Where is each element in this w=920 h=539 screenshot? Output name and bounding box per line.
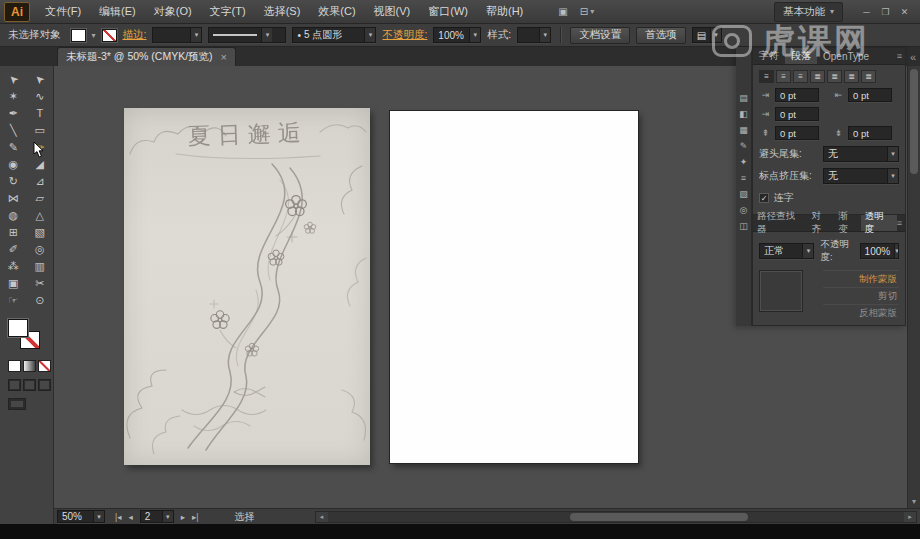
draw-inside-button[interactable] [38,379,51,391]
menu-item[interactable]: 选择(S) [255,0,310,24]
last-artboard-button[interactable]: ▸| [192,512,198,522]
collapse-panels-icon[interactable]: « [910,51,916,63]
paintbrush-tool[interactable]: ✎ [0,139,27,156]
align-right-button[interactable]: ≡ [793,70,808,83]
type-tool[interactable]: T [27,105,54,122]
zoom-tool[interactable]: ⊙ [27,292,54,309]
justify-left-button[interactable]: ≣ [810,70,825,83]
direct-selection-tool[interactable]: ➤ [27,71,54,88]
artboard-number-select[interactable]: 2▾ [140,510,174,523]
align-left-button[interactable]: ≡ [759,70,774,83]
eraser-tool[interactable]: ◢ [27,156,54,173]
rotate-tool[interactable]: ↻ [0,173,27,190]
panel-menu-icon[interactable]: ≡ [897,48,902,64]
eyedropper-tool[interactable]: ✐ [0,241,27,258]
brush-select[interactable]: •5 点圆形▾ [292,27,376,43]
vertical-scrollbar-thumb[interactable] [910,69,918,174]
column-graph-tool[interactable]: ▥ [27,258,54,275]
shape-builder-tool[interactable]: ◍ [0,207,27,224]
prev-artboard-button[interactable]: ◂ [128,512,132,522]
slice-tool[interactable]: ✂ [27,275,54,292]
close-tab-icon[interactable]: × [221,51,227,63]
panel-opacity-select[interactable]: 100%▾ [860,243,899,259]
justify-center-button[interactable]: ≣ [827,70,842,83]
color-guide-panel-icon[interactable]: ◧ [737,107,751,120]
stroke-panel-link[interactable]: 描边: [123,28,147,42]
menu-item[interactable]: 效果(C) [309,0,364,24]
align-options-select[interactable]: ▤▾ [692,27,722,43]
menu-item[interactable]: 文件(F) [36,0,90,24]
scale-tool[interactable]: ⊿ [27,173,54,190]
restore-button[interactable]: ❐ [876,7,895,17]
align-center-button[interactable]: ≡ [776,70,791,83]
artboard-tool[interactable]: ▣ [0,275,27,292]
menu-item[interactable]: 窗口(W) [419,0,477,24]
zoom-select[interactable]: 50%▾ [57,510,105,523]
opacity-select[interactable]: 100%▾ [433,27,481,43]
line-segment-tool[interactable]: ╲ [0,122,27,139]
horizontal-scrollbar-thumb[interactable] [570,513,749,521]
gradient-tool[interactable]: ▧ [27,224,54,241]
justify-all-button[interactable]: ≣ [861,70,876,83]
blend-tool[interactable]: ◎ [27,241,54,258]
close-button[interactable]: ✕ [895,7,914,17]
symbols-panel-icon[interactable]: ✦ [737,155,751,168]
menu-item[interactable]: 编辑(E) [90,0,145,24]
artboard-blank[interactable] [390,111,638,463]
selection-tool[interactable]: ➤ [0,71,27,88]
document-tab[interactable]: 未标题-3* @ 50% (CMYK/预览) × [57,47,236,66]
minimize-button[interactable]: ─ [857,7,876,17]
tab-transparency[interactable]: 透明度 [861,215,897,231]
scroll-left-icon[interactable]: ◂ [316,512,328,522]
swatches-panel-icon[interactable]: ▦ [737,123,751,136]
perspective-grid-tool[interactable]: △ [27,207,54,224]
document-setup-button[interactable]: 文档设置 [570,27,630,44]
horizontal-scrollbar[interactable]: ◂ ▸ [315,511,917,523]
stroke-color-swatch[interactable] [102,29,117,42]
space-before-field[interactable]: 0 pt [775,126,819,140]
space-after-field[interactable]: 0 pt [848,126,892,140]
document-layout-icon[interactable]: ▣ [558,6,567,17]
draw-normal-button[interactable] [8,379,21,391]
width-tool[interactable]: ⋈ [0,190,27,207]
horizontal-scrollbar-track[interactable] [328,512,904,522]
fill-color-swatch[interactable] [71,29,86,42]
gradient-button[interactable] [23,360,36,372]
tab-character[interactable]: 字符 [753,48,785,64]
tab-align[interactable]: 对齐 [808,215,835,231]
pen-tool[interactable]: ✒ [0,105,27,122]
make-mask-button[interactable]: 制作蒙版 [823,270,899,287]
rectangle-tool[interactable]: ▭ [27,122,54,139]
fill-stroke-indicator[interactable] [8,319,48,353]
preferences-button[interactable]: 首选项 [636,27,686,44]
tab-pathfinder[interactable]: 路径查找器 [753,215,808,231]
color-panel-icon[interactable]: ▤ [737,91,751,104]
blend-mode-select[interactable]: 正常▾ [759,243,814,259]
appearance-panel-icon[interactable]: ◎ [737,203,751,216]
right-indent-field[interactable]: 0 pt [848,88,892,102]
menu-item[interactable]: 帮助(H) [477,0,532,24]
mojikumi-select[interactable]: 无▾ [823,168,899,184]
arrange-documents-icon[interactable]: ⊟▾ [580,6,594,17]
lasso-tool[interactable]: ∿ [27,88,54,105]
left-indent-field[interactable]: 0 pt [775,88,819,102]
menu-item[interactable]: 视图(V) [365,0,420,24]
menu-item[interactable]: 对象(O) [145,0,201,24]
draw-behind-button[interactable] [23,379,36,391]
mesh-tool[interactable]: ⊞ [0,224,27,241]
style-select[interactable]: ▾ [517,27,551,43]
opacity-link[interactable]: 不透明度: [382,28,427,42]
hand-tool[interactable]: ☞ [0,292,27,309]
tab-paragraph[interactable]: 段落 [785,48,817,64]
fill-indicator[interactable] [8,319,28,337]
next-artboard-button[interactable]: ▸ [181,512,185,522]
width-profile-select[interactable]: ▾ [208,27,286,43]
first-line-indent-field[interactable]: 0 pt [775,107,819,121]
panel-menu-icon[interactable]: ≡ [897,215,902,231]
kinsoku-select[interactable]: 无▾ [823,146,899,162]
screen-mode-button[interactable] [8,398,26,410]
symbol-sprayer-tool[interactable]: ⁂ [0,258,27,275]
scroll-right-icon[interactable]: ▸ [904,512,916,522]
brushes-panel-icon[interactable]: ✎ [737,139,751,152]
stroke-weight-select[interactable]: ▾ [152,27,202,43]
